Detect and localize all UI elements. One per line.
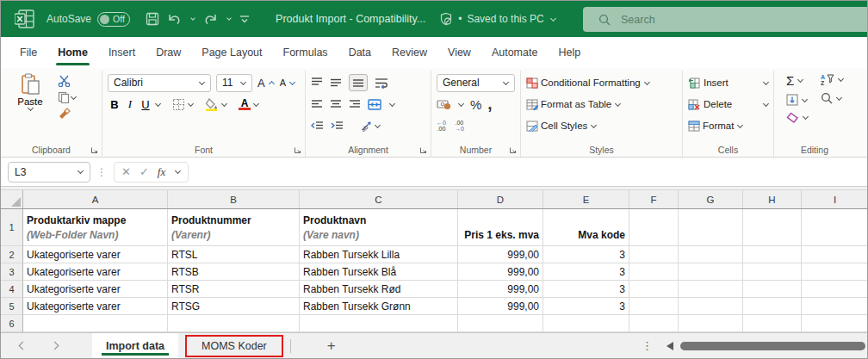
redo-options-chevron-icon[interactable] <box>226 15 232 21</box>
cell-I3[interactable] <box>802 263 867 281</box>
cell-C2[interactable]: Rabben Tursekk Lilla <box>300 246 458 263</box>
cell-C4[interactable]: Rabben Tursekk Rød <box>300 281 458 298</box>
column-header-B[interactable]: B <box>168 190 300 208</box>
cell-A6[interactable] <box>23 315 168 332</box>
bold-button[interactable]: B <box>108 98 121 111</box>
autosave-control[interactable]: AutoSave Off <box>46 12 130 27</box>
borders-chevron-icon[interactable] <box>188 100 194 106</box>
format-painter-icon[interactable] <box>58 108 71 120</box>
decrease-decimal-button[interactable]: .00 →0 <box>455 120 464 132</box>
undo-icon[interactable] <box>167 13 182 26</box>
enter-icon[interactable]: ✓ <box>140 165 149 178</box>
cell-styles-button[interactable]: Cell Styles <box>526 116 678 135</box>
cell-D1[interactable]: Pris 1 eks. mva <box>458 209 543 246</box>
cell-D3[interactable]: 999,00 <box>458 263 543 281</box>
menu-tab-automate[interactable]: Automate <box>481 39 549 66</box>
cell-D5[interactable]: 999,00 <box>458 298 543 315</box>
copy-chevron-icon[interactable] <box>71 93 77 99</box>
clipboard-dialog-launcher-icon[interactable] <box>90 146 98 154</box>
number-format-select[interactable]: General <box>437 74 515 92</box>
cell-E1[interactable]: Mva kode <box>543 209 629 246</box>
cell-B3[interactable]: RTSB <box>168 263 300 281</box>
row-header-2[interactable]: 2 <box>1 246 23 263</box>
autosave-toggle[interactable]: Off <box>97 12 130 27</box>
increase-indent-icon[interactable] <box>331 121 344 131</box>
cell-H1[interactable] <box>743 209 802 246</box>
cell-B6[interactable] <box>168 315 300 332</box>
cell-H6[interactable] <box>743 315 802 332</box>
cell-G3[interactable] <box>679 263 743 281</box>
column-header-D[interactable]: D <box>458 190 543 208</box>
cell-E4[interactable]: 3 <box>543 281 629 298</box>
number-dialog-launcher-icon[interactable] <box>509 146 517 154</box>
sheet-nav-right-icon[interactable] <box>51 342 59 350</box>
accounting-chevron-icon[interactable] <box>458 100 464 106</box>
cell-H2[interactable] <box>743 246 802 263</box>
scrollbar-left-arrow-icon[interactable] <box>666 342 673 350</box>
font-dialog-launcher-icon[interactable] <box>294 146 301 154</box>
cell-I6[interactable] <box>802 315 867 332</box>
cell-D2[interactable]: 999,00 <box>458 246 543 263</box>
cell-D4[interactable]: 999,00 <box>458 281 543 298</box>
clear-button[interactable] <box>786 112 809 123</box>
underline-chevron-icon[interactable] <box>155 100 161 106</box>
cell-A4[interactable]: Ukategoriserte varer <box>23 281 168 298</box>
font-size-select[interactable]: 11 <box>216 74 252 92</box>
new-sheet-button[interactable]: + <box>327 337 336 355</box>
tab-scroll-splitter[interactable]: ⋮ <box>642 339 653 352</box>
percent-style-button[interactable]: % <box>470 97 481 112</box>
borders-icon[interactable] <box>172 98 185 111</box>
redo-icon[interactable] <box>203 13 218 26</box>
horizontal-scrollbar-thumb[interactable] <box>680 342 865 350</box>
cell-A1[interactable]: Produktarkiv mappe(Web-Folder Navn) <box>23 209 168 246</box>
select-all-corner[interactable] <box>1 190 23 208</box>
italic-button[interactable]: I <box>123 97 137 111</box>
saved-status[interactable]: • Saved to this PC <box>439 12 556 26</box>
font-name-select[interactable]: Calibri <box>108 74 211 92</box>
cancel-icon[interactable]: ✕ <box>121 165 131 178</box>
alignment-dialog-launcher-icon[interactable] <box>419 146 427 154</box>
undo-options-chevron-icon[interactable] <box>190 15 195 21</box>
cell-A5[interactable]: Ukategoriserte varer <box>23 298 168 315</box>
merge-center-chevron-icon[interactable] <box>389 100 395 106</box>
name-box[interactable]: L3 <box>8 162 90 183</box>
cell-I5[interactable] <box>802 298 867 315</box>
fill-color-icon[interactable] <box>205 97 219 111</box>
column-header-C[interactable]: C <box>300 190 458 208</box>
customize-toolbar-icon[interactable] <box>239 15 250 23</box>
paste-button[interactable]: Paste <box>11 73 49 142</box>
row-header-1[interactable]: 1 <box>1 209 23 246</box>
align-top-icon[interactable] <box>311 77 323 88</box>
align-left-icon[interactable] <box>311 99 323 109</box>
underline-button[interactable]: U <box>139 98 152 111</box>
autosum-button[interactable]: Σ <box>786 73 809 88</box>
copy-button[interactable] <box>58 91 77 103</box>
cell-C5[interactable]: Rabben Tursekk Grønn <box>300 298 458 315</box>
cell-E2[interactable]: 3 <box>543 246 629 263</box>
cell-F1[interactable] <box>629 209 679 246</box>
row-header-3[interactable]: 3 <box>1 263 23 281</box>
fill-color-chevron-icon[interactable] <box>221 100 227 106</box>
cell-C3[interactable]: Rabben Tursekk Blå <box>300 263 458 281</box>
comma-style-button[interactable]: , <box>487 100 492 108</box>
cell-I4[interactable] <box>802 281 867 298</box>
find-select-button[interactable] <box>821 92 844 104</box>
row-header-6[interactable]: 6 <box>1 315 23 332</box>
column-header-I[interactable]: I <box>802 190 867 208</box>
conditional-formatting-button[interactable]: Conditional Formatting <box>526 73 678 92</box>
font-color-button[interactable]: A <box>239 99 251 110</box>
insert-function-icon[interactable]: fx <box>158 165 165 179</box>
cell-F2[interactable] <box>629 246 679 263</box>
format-as-table-button[interactable]: Format as Table <box>526 95 678 114</box>
cell-B5[interactable]: RTSG <box>168 298 300 315</box>
cell-A2[interactable]: Ukategoriserte varer <box>23 246 168 263</box>
cell-G4[interactable] <box>679 281 743 298</box>
cell-A3[interactable]: Ukategoriserte varer <box>23 263 168 281</box>
cell-F6[interactable] <box>629 315 679 332</box>
cell-F3[interactable] <box>629 263 679 281</box>
cell-G1[interactable] <box>679 209 743 246</box>
cell-F5[interactable] <box>629 298 679 315</box>
insert-cells-button[interactable]: Insert <box>688 73 769 92</box>
decrease-font-size-button[interactable]: A <box>280 77 295 88</box>
fill-button[interactable] <box>786 94 809 106</box>
